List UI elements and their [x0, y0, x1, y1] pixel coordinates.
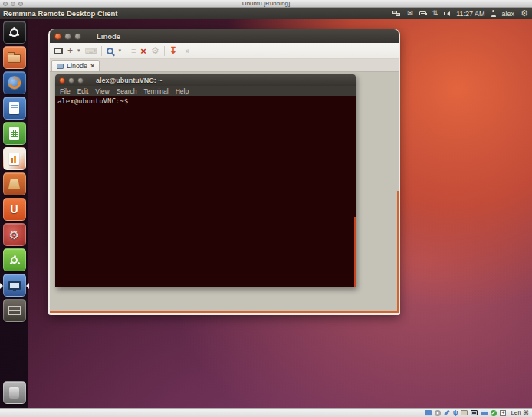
- remmina-titlebar[interactable]: Linode: [50, 29, 399, 43]
- remote-terminal-window: alex@ubuntuVNC: ~ File Edit View Search …: [55, 74, 356, 287]
- user-icon: [491, 10, 496, 17]
- vm-window-title: Ubuntu [Running]: [0, 0, 532, 8]
- launcher-item-system-settings[interactable]: ⚙: [3, 223, 26, 246]
- folder-icon: [8, 54, 21, 63]
- plug-button[interactable]: ⇥: [182, 47, 189, 55]
- scale-button[interactable]: +: [67, 46, 73, 55]
- volume-indicator-icon[interactable]: [444, 11, 450, 16]
- launcher-item-workspace-switcher[interactable]: [3, 299, 26, 322]
- mouse-integration-icon[interactable]: +: [500, 410, 506, 416]
- viewport-edge-artifact-right: [397, 191, 399, 311]
- sync-indicator-icon[interactable]: ⇅: [432, 10, 438, 17]
- tab-linode[interactable]: Linode ×: [51, 60, 100, 71]
- launcher-item-home-folder[interactable]: [3, 46, 26, 69]
- menu-help[interactable]: Help: [176, 87, 189, 95]
- launcher-item-ubuntu-one[interactable]: U: [3, 198, 26, 221]
- shared-folders-icon[interactable]: [461, 410, 468, 415]
- unity-launcher: U ⚙: [0, 19, 28, 408]
- zoom-button[interactable]: [107, 48, 113, 54]
- ubuntu-one-icon: U: [10, 203, 18, 215]
- maximize-button[interactable]: [74, 33, 81, 40]
- menu-file[interactable]: File: [60, 87, 71, 95]
- scale-dropdown-caret-icon[interactable]: ▾: [77, 48, 80, 54]
- audio-icon[interactable]: [444, 410, 450, 416]
- tab-close-icon[interactable]: ×: [90, 62, 94, 70]
- terminal-titlebar[interactable]: alex@ubuntuVNC: ~: [55, 74, 356, 86]
- menu-terminal[interactable]: Terminal: [144, 87, 169, 95]
- session-gear-icon[interactable]: ⚙: [521, 9, 528, 18]
- writer-document-icon: [9, 102, 19, 114]
- hard-disks-icon[interactable]: [425, 410, 432, 416]
- remote-displays-indicator-icon[interactable]: [392, 11, 401, 17]
- connection-icon: [57, 64, 64, 69]
- tools-x-icon: ×: [140, 46, 146, 56]
- terminal-close-button[interactable]: [59, 77, 65, 84]
- screenshot-button[interactable]: ⚙: [151, 46, 159, 55]
- firefox-icon: [8, 76, 21, 90]
- keyboard-icon: ⌨: [85, 47, 97, 55]
- ubuntu-top-panel: Remmina Remote Desktop Client ✉ ⇅ 11:27 …: [0, 8, 532, 19]
- grab-keyboard-button[interactable]: ⌨: [85, 47, 97, 55]
- viewport-edge-artifact-bottom: [50, 311, 399, 313]
- toolbar-separator: [101, 46, 102, 56]
- impress-presentation-icon: [9, 153, 19, 165]
- tab-label: Linode: [67, 62, 87, 70]
- shell-prompt: alex@ubuntuVNC:~$: [57, 97, 128, 105]
- indicator-area: ✉ ⇅ 11:27 AM alex ⚙: [392, 9, 528, 18]
- launcher-item-dash-home[interactable]: [3, 21, 26, 44]
- launcher-item-remmina[interactable]: [3, 274, 26, 297]
- terminal-minimize-button[interactable]: [68, 77, 74, 84]
- terminal-body[interactable]: alex@ubuntuVNC:~$: [55, 96, 356, 287]
- ubuntu-logo-icon: [10, 28, 18, 37]
- username[interactable]: alex: [502, 10, 515, 18]
- network-icon[interactable]: [491, 410, 497, 416]
- screen: Ubuntu [Running] Remmina Remote Desktop …: [0, 0, 532, 417]
- disconnect-plug-icon: ↧: [169, 46, 177, 55]
- workspace-grid-icon: [8, 306, 21, 315]
- terminal-window-title: alex@ubuntuVNC: ~: [96, 77, 163, 84]
- terminal-edge-artifact: [354, 217, 356, 287]
- clock[interactable]: 11:27 AM: [456, 10, 484, 18]
- close-button[interactable]: [54, 33, 61, 40]
- display-icon[interactable]: [471, 410, 478, 415]
- vnc-viewport[interactable]: alex@ubuntuVNC: ~ File Edit View Search …: [50, 72, 399, 313]
- tools-button[interactable]: ×: [140, 46, 146, 56]
- preferences-icon: ≡: [131, 47, 136, 55]
- messages-indicator-icon[interactable]: ✉: [407, 10, 413, 17]
- terminal-maximize-button[interactable]: [77, 77, 84, 84]
- preferences-button[interactable]: ≡: [131, 47, 136, 55]
- scale-icon: +: [67, 46, 73, 55]
- settings-gear-icon: ⚙: [9, 229, 19, 241]
- launcher-item-libreoffice-writer[interactable]: [3, 97, 26, 120]
- desktop-wallpaper: U ⚙ Linode: [0, 19, 532, 408]
- remmina-toolbar: + ▾ ⌨ ▾ ≡ × ⚙ ↧ ⇥: [50, 43, 399, 59]
- launcher-item-ubuntu-green-app[interactable]: [3, 248, 26, 271]
- menu-search[interactable]: Search: [117, 87, 137, 95]
- active-app-title: Remmina Remote Desktop Client: [3, 9, 117, 18]
- video-capture-icon[interactable]: [481, 410, 488, 415]
- host-key-label: Left ⌘: [511, 409, 529, 416]
- launcher-item-software-center[interactable]: [3, 172, 26, 195]
- menu-edit[interactable]: Edit: [77, 87, 89, 95]
- launcher-item-firefox[interactable]: [3, 71, 26, 94]
- vbox-statusbar: ψ + Left ⌘: [0, 408, 532, 417]
- toggle-fullscreen-button[interactable]: [54, 48, 63, 54]
- remmina-window-title: Linode: [97, 32, 120, 41]
- optical-drives-icon[interactable]: [435, 410, 441, 416]
- vm-titlebar[interactable]: Ubuntu [Running]: [0, 0, 532, 8]
- shopping-bag-icon: [8, 179, 20, 189]
- toolbar-separator: [126, 46, 126, 56]
- battery-indicator-icon[interactable]: [419, 11, 426, 15]
- green-ubuntu-logo-icon: [11, 257, 18, 264]
- fullscreen-icon: [54, 48, 63, 54]
- launcher-item-libreoffice-calc[interactable]: [3, 122, 26, 145]
- remmina-monitor-icon: [8, 281, 21, 290]
- launcher-item-trash[interactable]: [3, 381, 26, 404]
- gears-icon: ⚙: [151, 46, 159, 55]
- usb-icon[interactable]: ψ: [453, 409, 458, 416]
- zoom-dropdown-caret-icon[interactable]: ▾: [118, 48, 121, 54]
- disconnect-button[interactable]: ↧: [169, 46, 177, 55]
- menu-view[interactable]: View: [95, 87, 109, 95]
- minimize-button[interactable]: [64, 33, 71, 40]
- launcher-item-libreoffice-impress[interactable]: [3, 147, 26, 170]
